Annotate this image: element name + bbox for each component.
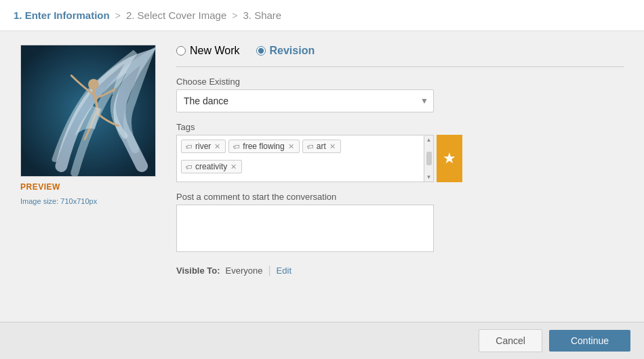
preview-label: PREVIEW: [20, 182, 60, 192]
tag-name-creativity: creativity: [195, 162, 227, 171]
visible-separator: |: [268, 264, 270, 276]
breadcrumb-step-2[interactable]: 2. Select Cover Image: [126, 9, 226, 21]
tag-chip-creativity: 🏷 creativity ✕: [181, 160, 242, 173]
image-preview: [20, 45, 156, 177]
tag-remove-free-flowing[interactable]: ✕: [287, 143, 295, 150]
visible-to-edit-link[interactable]: Edit: [277, 266, 291, 276]
comment-section: Post a comment to start the conversation: [176, 192, 624, 255]
choose-existing-section: Choose Existing The dance ▼: [176, 77, 624, 112]
tags-section: Tags 🏷 river ✕ 🏷 free flowing ✕: [176, 122, 624, 182]
visible-to-label: Visible To:: [176, 266, 220, 276]
breadcrumb-step-3[interactable]: 3. Share: [243, 9, 281, 21]
breadcrumb-sep-1: >: [115, 10, 121, 21]
tag-name-free-flowing: free flowing: [243, 142, 284, 151]
tag-remove-river[interactable]: ✕: [214, 143, 221, 150]
star-icon: ★: [443, 150, 456, 167]
comment-textarea[interactable]: [176, 205, 434, 252]
select-wrapper: The dance ▼: [176, 89, 434, 112]
continue-button[interactable]: Continue: [549, 330, 630, 352]
svg-point-1: [88, 79, 99, 89]
tags-row2: 🏷 creativity ✕: [181, 160, 429, 173]
tag-chip-free-flowing: 🏷 free flowing ✕: [228, 140, 299, 153]
main-content: PREVIEW Image size: 710x710px New Work R…: [0, 31, 644, 322]
tag-icon-art: 🏷: [307, 143, 314, 150]
radio-revision-label: Revision: [270, 45, 315, 57]
tag-name-river: river: [195, 142, 211, 151]
scroll-down-icon[interactable]: ▼: [426, 174, 432, 180]
tags-with-star: 🏷 river ✕ 🏷 free flowing ✕ 🏷 art ✕: [176, 135, 624, 182]
tag-icon-creativity: 🏷: [186, 163, 193, 171]
radio-new-work-input[interactable]: [176, 46, 186, 56]
scroll-thumb: [426, 152, 432, 165]
radio-new-work[interactable]: New Work: [176, 45, 240, 57]
tag-icon-river: 🏷: [186, 143, 193, 150]
tag-remove-art[interactable]: ✕: [329, 143, 336, 150]
tag-name-art: art: [317, 142, 326, 151]
visible-to-value: Everyone: [226, 266, 263, 276]
tags-area[interactable]: 🏷 river ✕ 🏷 free flowing ✕ 🏷 art ✕: [176, 135, 434, 182]
star-button[interactable]: ★: [437, 135, 462, 182]
tags-scrollbar[interactable]: ▲ ▼: [424, 135, 433, 182]
tag-icon-free-flowing: 🏷: [233, 143, 240, 150]
tags-label: Tags: [176, 122, 624, 132]
tag-remove-creativity[interactable]: ✕: [230, 163, 237, 171]
breadcrumb-bar: 1. Enter Information > 2. Select Cover I…: [0, 0, 644, 31]
choose-existing-label: Choose Existing: [176, 77, 624, 87]
radio-row: New Work Revision: [176, 45, 624, 57]
breadcrumb-step-1[interactable]: 1. Enter Information: [14, 9, 110, 21]
image-size-label: Image size: 710x710px: [20, 197, 97, 205]
left-panel: PREVIEW Image size: 710x710px: [20, 45, 156, 308]
radio-new-work-label: New Work: [190, 45, 240, 57]
right-panel: New Work Revision Choose Existing The da…: [176, 45, 624, 308]
choose-existing-dropdown[interactable]: The dance: [176, 89, 434, 112]
visible-to-row: Visible To: Everyone | Edit: [176, 264, 624, 276]
footer: Cancel Continue: [0, 322, 644, 359]
radio-revision-input[interactable]: [256, 46, 266, 56]
scroll-up-icon[interactable]: ▲: [426, 137, 432, 143]
divider: [176, 66, 624, 67]
radio-revision[interactable]: Revision: [256, 45, 315, 57]
breadcrumb-sep-2: >: [232, 10, 237, 21]
tag-chip-art: 🏷 art ✕: [302, 140, 341, 153]
cancel-button[interactable]: Cancel: [479, 329, 542, 352]
tag-chip-river: 🏷 river ✕: [181, 140, 226, 153]
comment-label: Post a comment to start the conversation: [176, 192, 624, 202]
